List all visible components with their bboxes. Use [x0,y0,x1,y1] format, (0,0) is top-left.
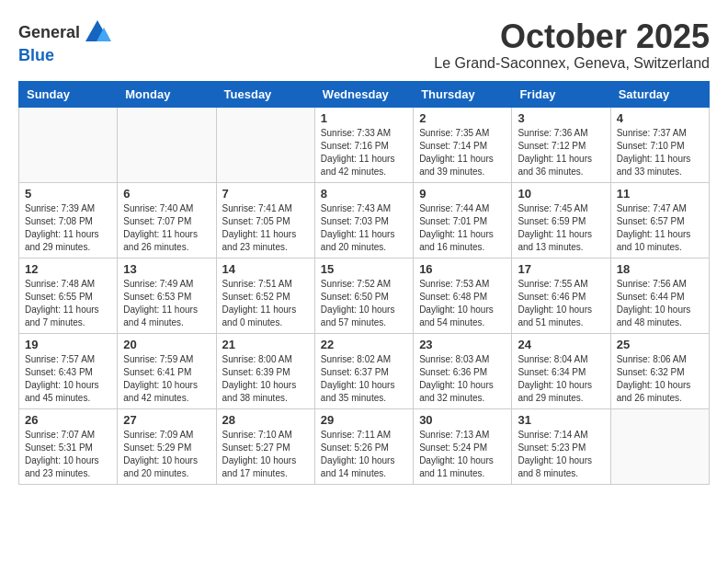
daylight-text: Daylight: 10 hours and 48 minutes. [617,304,691,327]
day-info: Sunrise: 7:56 AM Sunset: 6:44 PM Dayligh… [617,278,703,329]
sunrise-text: Sunrise: 7:45 AM [518,203,587,213]
sunset-text: Sunset: 5:27 PM [222,442,290,453]
sunrise-text: Sunrise: 7:14 AM [518,430,587,440]
day-info: Sunrise: 7:53 AM Sunset: 6:48 PM Dayligh… [419,278,506,329]
sunrise-text: Sunrise: 7:09 AM [123,430,193,440]
day-number: 1 [321,111,407,125]
daylight-text: Daylight: 10 hours and 42 minutes. [123,380,198,403]
calendar-cell: 11 Sunrise: 7:47 AM Sunset: 6:57 PM Dayl… [610,182,709,258]
daylight-text: Daylight: 10 hours and 26 minutes. [617,380,691,403]
sunset-text: Sunset: 7:01 PM [419,216,487,226]
daylight-text: Daylight: 10 hours and 54 minutes. [419,304,494,327]
sunrise-text: Sunrise: 7:10 AM [222,430,292,440]
day-info: Sunrise: 7:37 AM Sunset: 7:10 PM Dayligh… [617,127,703,178]
sunset-text: Sunset: 7:14 PM [419,141,487,151]
sunrise-text: Sunrise: 7:53 AM [419,279,489,289]
calendar-cell: 20 Sunrise: 7:59 AM Sunset: 6:41 PM Dayl… [118,333,216,408]
day-number: 14 [222,262,309,276]
day-info: Sunrise: 7:52 AM Sunset: 6:50 PM Dayligh… [321,278,407,329]
daylight-text: Daylight: 10 hours and 38 minutes. [222,380,297,403]
weekday-header: Saturday [610,81,709,107]
day-info: Sunrise: 8:00 AM Sunset: 6:39 PM Dayligh… [222,353,309,405]
sunrise-text: Sunrise: 7:57 AM [25,354,95,364]
sunrise-text: Sunrise: 7:35 AM [419,128,489,138]
sunset-text: Sunset: 6:44 PM [617,292,685,302]
day-number: 31 [518,413,604,427]
day-info: Sunrise: 7:39 AM Sunset: 7:08 PM Dayligh… [25,202,111,254]
day-number: 26 [25,413,111,427]
day-info: Sunrise: 7:59 AM Sunset: 6:41 PM Dayligh… [123,353,210,405]
month-title: October 2025 [434,18,710,55]
daylight-text: Daylight: 11 hours and 16 minutes. [419,229,494,252]
day-number: 23 [419,338,506,351]
calendar-cell: 4 Sunrise: 7:37 AM Sunset: 7:10 PM Dayli… [610,107,709,182]
daylight-text: Daylight: 11 hours and 13 minutes. [518,229,592,252]
sunrise-text: Sunrise: 7:40 AM [123,203,193,213]
calendar-cell: 18 Sunrise: 7:56 AM Sunset: 6:44 PM Dayl… [610,258,709,333]
logo-blue: Blue [18,46,54,64]
day-info: Sunrise: 7:43 AM Sunset: 7:03 PM Dayligh… [321,202,407,254]
day-info: Sunrise: 7:51 AM Sunset: 6:52 PM Dayligh… [222,278,309,329]
calendar-cell: 8 Sunrise: 7:43 AM Sunset: 7:03 PM Dayli… [314,182,413,258]
day-number: 6 [123,187,210,201]
day-info: Sunrise: 7:13 AM Sunset: 5:24 PM Dayligh… [419,429,506,480]
daylight-text: Daylight: 11 hours and 29 minutes. [25,229,99,252]
daylight-text: Daylight: 11 hours and 23 minutes. [222,229,297,252]
sunset-text: Sunset: 5:29 PM [123,442,191,453]
daylight-text: Daylight: 11 hours and 20 minutes. [321,229,395,252]
day-number: 17 [518,262,604,276]
daylight-text: Daylight: 10 hours and 11 minutes. [419,455,494,478]
sunrise-text: Sunrise: 8:02 AM [321,354,391,364]
daylight-text: Daylight: 10 hours and 23 minutes. [25,455,99,478]
calendar-cell: 25 Sunrise: 8:06 AM Sunset: 6:32 PM Dayl… [610,333,709,408]
calendar-cell: 9 Sunrise: 7:44 AM Sunset: 7:01 PM Dayli… [414,182,512,258]
sunrise-text: Sunrise: 8:00 AM [222,354,292,364]
day-info: Sunrise: 7:49 AM Sunset: 6:53 PM Dayligh… [123,278,210,329]
daylight-text: Daylight: 11 hours and 36 minutes. [518,154,592,177]
daylight-text: Daylight: 11 hours and 39 minutes. [419,154,494,177]
location-title: Le Grand-Saconnex, Geneva, Switzerland [434,55,710,72]
sunrise-text: Sunrise: 7:07 AM [25,430,95,440]
calendar-cell: 30 Sunrise: 7:13 AM Sunset: 5:24 PM Dayl… [414,408,512,484]
logo: General Blue [18,18,111,65]
sunset-text: Sunset: 6:50 PM [321,292,389,302]
calendar-cell: 27 Sunrise: 7:09 AM Sunset: 5:29 PM Dayl… [118,408,216,484]
calendar-cell: 22 Sunrise: 8:02 AM Sunset: 6:37 PM Dayl… [314,333,413,408]
sunset-text: Sunset: 6:37 PM [321,367,389,377]
sunset-text: Sunset: 6:39 PM [222,367,290,377]
sunrise-text: Sunrise: 7:48 AM [25,279,95,289]
day-info: Sunrise: 7:10 AM Sunset: 5:27 PM Dayligh… [222,429,309,480]
day-number: 10 [518,187,604,201]
calendar-cell: 5 Sunrise: 7:39 AM Sunset: 7:08 PM Dayli… [19,182,118,258]
day-info: Sunrise: 7:36 AM Sunset: 7:12 PM Dayligh… [518,127,604,178]
calendar-cell: 13 Sunrise: 7:49 AM Sunset: 6:53 PM Dayl… [118,258,216,333]
title-section: October 2025 Le Grand-Saconnex, Geneva, … [434,18,710,72]
day-number: 29 [321,413,407,427]
sunrise-text: Sunrise: 7:41 AM [222,203,292,213]
day-info: Sunrise: 8:06 AM Sunset: 6:32 PM Dayligh… [617,353,703,405]
sunset-text: Sunset: 6:46 PM [518,292,586,302]
calendar-cell: 1 Sunrise: 7:33 AM Sunset: 7:16 PM Dayli… [314,107,413,182]
day-number: 25 [617,338,703,351]
sunrise-text: Sunrise: 7:56 AM [617,279,687,289]
sunrise-text: Sunrise: 7:39 AM [25,203,95,213]
daylight-text: Daylight: 10 hours and 51 minutes. [518,304,592,327]
logo-general: General [18,23,80,42]
daylight-text: Daylight: 10 hours and 29 minutes. [518,380,592,403]
header-row: SundayMondayTuesdayWednesdayThursdayFrid… [19,81,710,107]
daylight-text: Daylight: 10 hours and 20 minutes. [123,455,198,478]
sunrise-text: Sunrise: 7:43 AM [321,203,391,213]
sunrise-text: Sunrise: 7:49 AM [123,279,193,289]
daylight-text: Daylight: 10 hours and 35 minutes. [321,380,395,403]
sunrise-text: Sunrise: 7:55 AM [518,279,587,289]
day-info: Sunrise: 8:02 AM Sunset: 6:37 PM Dayligh… [321,353,407,405]
calendar-week-row: 5 Sunrise: 7:39 AM Sunset: 7:08 PM Dayli… [19,182,710,258]
calendar-cell: 19 Sunrise: 7:57 AM Sunset: 6:43 PM Dayl… [19,333,118,408]
sunset-text: Sunset: 7:12 PM [518,141,586,151]
calendar-cell [19,107,118,182]
sunrise-text: Sunrise: 7:44 AM [419,203,489,213]
sunset-text: Sunset: 5:24 PM [419,442,487,453]
calendar-cell: 29 Sunrise: 7:11 AM Sunset: 5:26 PM Dayl… [314,408,413,484]
calendar-cell: 21 Sunrise: 8:00 AM Sunset: 6:39 PM Dayl… [216,333,314,408]
day-number: 27 [123,413,210,427]
